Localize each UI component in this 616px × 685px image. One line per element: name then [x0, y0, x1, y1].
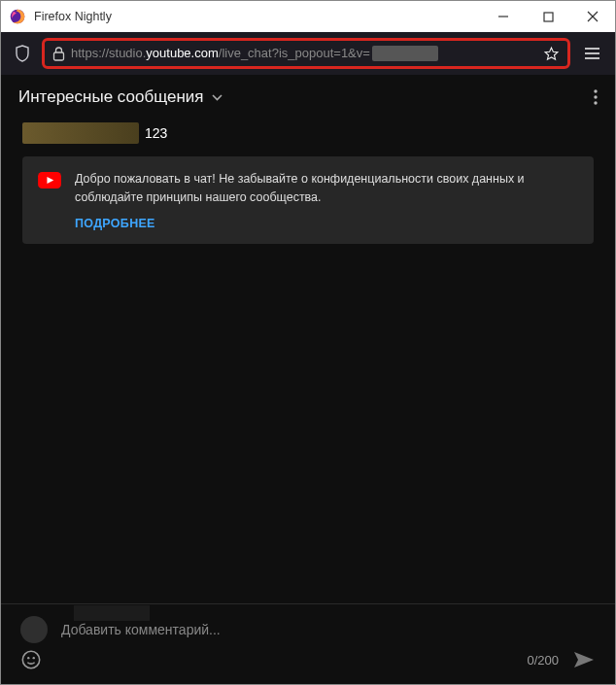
chat-panel: Интересные сообщения 123 Добро пожаловат…	[1, 75, 615, 684]
browser-window: Firefox Nightly https://studio.youtube.c…	[0, 0, 616, 685]
firefox-icon	[9, 8, 26, 25]
comment-input[interactable]: Добавить комментарий...	[61, 622, 596, 637]
bookmark-star-icon[interactable]	[543, 46, 560, 62]
chat-message-text: 123	[145, 125, 167, 141]
banner-text: Добро пожаловать в чат! Не забывайте о к…	[75, 170, 578, 207]
close-button[interactable]	[570, 1, 615, 32]
chat-filter-dropdown[interactable]: Интересные сообщения	[18, 87, 204, 107]
svg-point-14	[27, 657, 29, 659]
banner-content: Добро пожаловать в чат! Не забывайте о к…	[75, 170, 578, 230]
svg-rect-2	[544, 13, 553, 21]
svg-point-11	[594, 101, 597, 104]
char-counter: 0/200	[527, 653, 559, 668]
welcome-banner: Добро пожаловать в чат! Не забывайте о к…	[22, 156, 594, 244]
more-vert-icon[interactable]	[594, 89, 598, 105]
emoji-picker-icon[interactable]	[20, 649, 42, 670]
minimize-button[interactable]	[481, 1, 526, 32]
svg-point-9	[594, 89, 597, 92]
chat-header: Интересные сообщения	[1, 75, 615, 120]
user-avatar[interactable]	[20, 616, 48, 643]
hamburger-menu-icon[interactable]	[576, 38, 607, 69]
shield-icon[interactable]	[9, 40, 36, 67]
caret-down-icon[interactable]	[212, 94, 222, 101]
maximize-button[interactable]	[526, 1, 570, 32]
send-icon[interactable]	[572, 650, 596, 669]
input-tools-row: 0/200	[20, 649, 596, 670]
redacted-segment	[372, 46, 438, 61]
browser-toolbar: https://studio.youtube.com/live_chat?is_…	[1, 32, 615, 75]
window-title: Firefox Nightly	[34, 10, 481, 23]
chat-message-row: 123	[1, 120, 615, 147]
svg-point-10	[594, 95, 597, 98]
svg-rect-5	[54, 52, 64, 60]
url-text: https://studio.youtube.com/live_chat?is_…	[71, 46, 537, 62]
svg-point-13	[22, 651, 39, 668]
banner-learn-more-link[interactable]: ПОДРОБНЕЕ	[75, 217, 578, 230]
redacted-username	[22, 122, 139, 144]
svg-point-15	[33, 657, 35, 659]
redacted-author-name	[74, 605, 150, 621]
window-titlebar: Firefox Nightly	[1, 1, 615, 32]
address-bar[interactable]: https://studio.youtube.com/live_chat?is_…	[42, 38, 570, 69]
window-controls	[481, 1, 615, 32]
lock-icon	[52, 47, 65, 61]
youtube-icon	[38, 172, 61, 188]
